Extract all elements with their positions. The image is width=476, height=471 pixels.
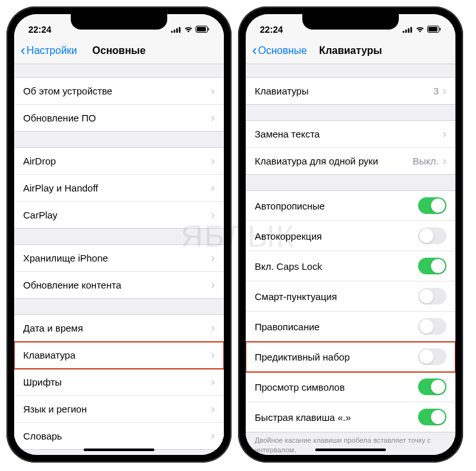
screen-left: 22:24 ‹ Настройки Основные О [14,14,224,455]
svg-rect-7 [403,31,405,33]
section-keyboards: Клавиатуры3› [246,77,455,105]
row-autocorrect[interactable]: Автокоррекция [246,221,455,251]
row-predictive[interactable]: Предиктивный набор [246,342,455,372]
row-about-device[interactable]: Об этом устройстве› [14,78,224,105]
svg-rect-2 [176,28,178,33]
toggle-char-preview[interactable] [418,378,446,395]
chevron-right-icon: › [443,154,446,168]
row-carplay[interactable]: CarPlay› [14,202,224,228]
row-fonts[interactable]: Шрифты› [14,369,224,396]
chevron-right-icon: › [211,429,215,443]
row-date-time[interactable]: Дата и время› [14,315,224,342]
chevron-right-icon: › [211,84,215,98]
row-keyboard[interactable]: Клавиатура› [14,342,224,369]
svg-rect-3 [179,27,181,33]
battery-icon [196,24,210,35]
wifi-icon [416,24,425,35]
content-left[interactable]: Об этом устройстве› Обновление ПО› AirDr… [14,64,224,455]
toggle-period-shortcut[interactable] [418,409,446,425]
back-button[interactable]: ‹ Основные [252,42,307,59]
battery-icon [427,24,441,35]
section-storage: Хранилище iPhone› Обновление контента› [14,244,224,299]
section-text-replace: Замена текста› Клавиатура для одной руки… [246,120,455,175]
row-spell-check[interactable]: Правописание [246,312,455,342]
status-icons [403,24,441,35]
row-one-handed[interactable]: Клавиатура для одной рукиВыкл.› [246,148,455,174]
back-label: Настройки [26,45,77,57]
back-label: Основные [258,45,307,57]
chevron-right-icon: › [211,251,215,265]
row-keyboards-count[interactable]: Клавиатуры3› [246,78,455,104]
chevron-right-icon: › [211,348,215,362]
svg-rect-5 [197,27,206,31]
section-connectivity: AirDrop› AirPlay и Handoff› CarPlay› [14,147,224,229]
chevron-right-icon: › [211,278,215,292]
svg-rect-0 [171,31,173,33]
toggle-predictive[interactable] [418,348,446,365]
phone-left: 22:24 ‹ Настройки Основные О [6,6,232,463]
section-toggles: Автопрописные Автокоррекция Вкл. Caps Lo… [246,190,455,432]
row-char-preview[interactable]: Просмотр символов [246,372,455,402]
row-auto-caps[interactable]: Автопрописные [246,191,455,221]
chevron-left-icon: ‹ [252,42,257,59]
svg-rect-8 [405,30,407,33]
home-indicator[interactable] [315,449,386,451]
chevron-right-icon: › [443,127,446,141]
wifi-icon [184,24,193,35]
row-smart-punct[interactable]: Смарт-пунктуация [246,281,455,312]
svg-rect-6 [208,28,210,31]
chevron-right-icon: › [211,208,215,222]
svg-rect-13 [440,28,441,31]
svg-rect-10 [410,27,412,33]
row-airplay[interactable]: AirPlay и Handoff› [14,175,224,202]
row-storage[interactable]: Хранилище iPhone› [14,245,224,272]
svg-rect-1 [174,30,176,33]
home-indicator[interactable] [84,449,154,451]
chevron-right-icon: › [211,111,215,125]
svg-rect-12 [428,27,437,31]
notch [302,14,399,30]
chevron-left-icon: ‹ [21,42,25,59]
row-text-replacement[interactable]: Замена текста› [246,121,455,148]
chevron-right-icon: › [211,402,215,416]
page-title: Клавиатуры [319,45,382,57]
section-datetime-keyboard: Дата и время› Клавиатура› Шрифты› Язык и… [14,314,224,450]
page-title: Основные [93,45,146,57]
chevron-right-icon: › [443,84,446,98]
content-right[interactable]: Клавиатуры3› Замена текста› Клавиатура д… [246,64,455,455]
chevron-right-icon: › [211,154,215,168]
back-button[interactable]: ‹ Настройки [21,42,77,59]
signal-icon [403,24,413,35]
row-period-shortcut[interactable]: Быстрая клавиша «.» [246,402,455,432]
row-language-region[interactable]: Язык и регион› [14,396,224,423]
row-caps-lock[interactable]: Вкл. Caps Lock [246,251,455,281]
chevron-right-icon: › [211,321,215,335]
status-time: 22:24 [260,24,283,35]
section-about: Об этом устройстве› Обновление ПО› [14,77,224,132]
svg-rect-9 [408,28,410,33]
toggle-autocorrect[interactable] [418,227,446,244]
footer-period: Двойное касание клавиши пробела вставляе… [246,432,455,455]
status-time: 22:24 [28,24,51,35]
toggle-caps-lock[interactable] [418,258,446,274]
status-icons [171,24,210,35]
phone-right: 22:24 ‹ Основные Клавиатуры [238,6,463,463]
nav-bar: ‹ Настройки Основные [14,39,224,64]
row-software-update[interactable]: Обновление ПО› [14,105,224,131]
row-background-refresh[interactable]: Обновление контента› [14,272,224,298]
nav-bar: ‹ Основные Клавиатуры [246,39,455,64]
chevron-right-icon: › [211,375,215,389]
row-airdrop[interactable]: AirDrop› [14,148,224,175]
signal-icon [171,24,181,35]
toggle-smart-punct[interactable] [418,288,446,305]
row-dictionary[interactable]: Словарь› [14,423,224,449]
notch [71,14,167,30]
toggle-spell-check[interactable] [418,318,446,335]
toggle-auto-caps[interactable] [418,197,446,214]
screen-right: 22:24 ‹ Основные Клавиатуры [246,14,455,455]
chevron-right-icon: › [211,181,215,195]
